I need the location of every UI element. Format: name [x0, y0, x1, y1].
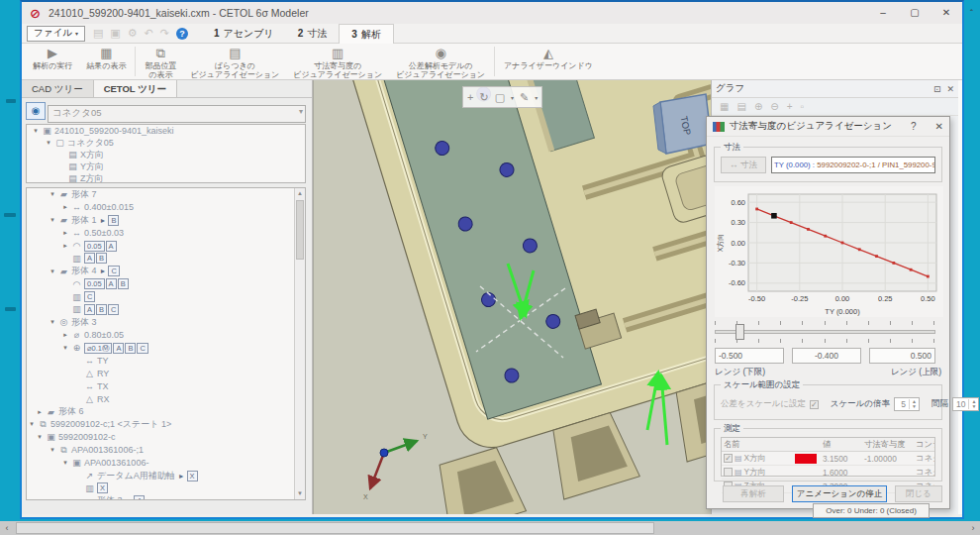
expander-icon[interactable]: ▾	[44, 139, 53, 147]
expander-icon[interactable]: ▸	[60, 242, 70, 250]
zoom-out-icon[interactable]: ⊖	[770, 101, 778, 112]
tree-item[interactable]: ▾▣APA001361006-	[27, 457, 294, 470]
tree-item[interactable]: ▾▰形体 3►A	[27, 494, 294, 499]
tree-item[interactable]: ◠0.05AB	[27, 277, 294, 290]
tree-item[interactable]: ▾⧉APA001361006-;1	[27, 444, 294, 457]
row-checkbox[interactable]	[724, 468, 733, 477]
title-bar[interactable]: ⊘ 241010_599200-9401_kaiseki.cxm - CETOL…	[22, 2, 962, 24]
tree-item[interactable]: △RX	[27, 392, 294, 405]
zoom-in-icon[interactable]: ⊕	[754, 101, 762, 112]
close-icon[interactable]: ✕	[946, 84, 954, 94]
scroll-up-icon[interactable]: ▲	[295, 188, 305, 199]
reanalyze-button[interactable]: 再解析	[723, 485, 784, 502]
interval-spinner[interactable]: 10 ▲▼	[952, 397, 979, 411]
scroll-thumb[interactable]	[296, 200, 304, 260]
row-checkbox[interactable]: ✓	[724, 454, 733, 463]
chevron-down-icon[interactable]: ▾	[535, 94, 538, 101]
close-icon[interactable]: ✕	[935, 121, 943, 132]
tree-item[interactable]: △RY	[27, 367, 294, 379]
markup-pen-icon[interactable]: ✎	[520, 91, 529, 104]
ribbon-tab-1[interactable]: 1アセンブリ	[202, 24, 286, 44]
tree-item[interactable]: ▾▰形体 7	[27, 188, 294, 201]
minimize-button[interactable]: –	[867, 2, 899, 24]
file-menu-button[interactable]: ファイル ▾	[27, 26, 85, 42]
expander-icon[interactable]: ▾	[27, 420, 37, 428]
tree-item[interactable]: ▾▢コネクタ05	[27, 137, 305, 149]
range-lower-input[interactable]	[715, 348, 784, 364]
run-analysis-button[interactable]: ▶解析の実行	[26, 44, 79, 79]
dimension-field[interactable]: TY (0.000) : 5992009202-0-;1 / PIN1_5992…	[771, 157, 935, 173]
expander-icon[interactable]: ▾	[60, 459, 70, 467]
expander-icon[interactable]: ▾	[73, 497, 83, 499]
tree-item[interactable]: ▾⊕⌀0.1ⓂABC	[27, 342, 294, 355]
scale-factor-spinner[interactable]: 5 ▲▼	[894, 397, 920, 411]
orbit-icon[interactable]: ↻	[479, 91, 488, 104]
scroll-right-icon[interactable]: ›	[966, 521, 980, 535]
open-folder-icon[interactable]: ▤	[93, 27, 103, 40]
scroll-down-icon[interactable]: ▼	[295, 488, 305, 499]
expander-icon[interactable]: ▾	[48, 216, 57, 224]
tree-item[interactable]: ▥ABC	[27, 303, 294, 316]
visibility-eye-icon[interactable]: ◉	[26, 102, 46, 120]
measurement-row[interactable]: ▤Y方向1.6000コネクタ05	[722, 466, 934, 480]
tree-item[interactable]: ▾▰形体 1►B	[27, 214, 294, 227]
contribution-visualization-button[interactable]: ▥寸法寄与度の ビジュアライゼーション	[286, 44, 389, 79]
slider-handle[interactable]	[735, 324, 744, 340]
dialog-close-button[interactable]: 閉じる	[895, 485, 942, 502]
tree-item[interactable]: ↗データムA用補助軸►X	[27, 470, 294, 482]
variation-visualization-button[interactable]: ▤ばらつきの ビジュアライゼーション	[183, 44, 286, 79]
view-mode-icon[interactable]: ▢	[495, 91, 505, 104]
tree-item[interactable]: ▾◎形体 3	[27, 316, 294, 329]
tree-item[interactable]: ▤X方向	[27, 149, 305, 160]
scroll-thumb[interactable]	[16, 522, 654, 534]
expander-icon[interactable]: ▾	[48, 318, 57, 326]
expander-icon[interactable]: ▸	[60, 229, 70, 237]
expander-icon[interactable]: ▾	[60, 344, 70, 352]
tree-item[interactable]: ▸⌀0.80±0.05	[27, 329, 294, 342]
outer-horizontal-scrollbar[interactable]: ‹ ›	[0, 521, 980, 535]
pan-icon[interactable]: +	[787, 101, 793, 112]
tree-item[interactable]: ▤Y方向	[27, 160, 305, 172]
help-icon[interactable]: ?	[176, 28, 188, 40]
tab-cad-tree[interactable]: CAD ツリー	[22, 80, 94, 97]
tree-item[interactable]: ▸◠0.05A	[27, 240, 294, 253]
expander-icon[interactable]: ▾	[48, 268, 57, 275]
expander-icon[interactable]: ▸	[60, 331, 70, 339]
viewport-3d[interactable]: Y X TOP +↻▢▾✎▾	[313, 80, 711, 514]
tree-scrollbar[interactable]: ▲ ▼	[294, 188, 305, 499]
tree-item[interactable]: ▸▰形体 6	[27, 405, 294, 418]
close-button[interactable]: ✕	[931, 2, 962, 24]
expander-icon[interactable]: ▸	[60, 203, 70, 211]
tree-item[interactable]: ↔TX	[27, 379, 294, 392]
tree-item[interactable]: ▸↔0.400±0.015	[27, 201, 294, 214]
chart-lines-icon[interactable]: ▤	[736, 101, 745, 112]
tolerance-model-visualization-button[interactable]: ◉公差解析モデルの ビジュアライゼーション	[389, 44, 492, 79]
redo-icon[interactable]: ↷	[160, 27, 169, 40]
range-slider[interactable]	[715, 321, 935, 343]
tree-item[interactable]: ▾▣5992009102-c	[27, 431, 294, 444]
spinner-arrows-icon[interactable]: ▲▼	[968, 399, 978, 409]
tree-item[interactable]: ▤Z方向	[27, 172, 305, 183]
chevron-down-icon[interactable]: ▾	[511, 94, 514, 101]
maximize-button[interactable]: ▢	[899, 2, 931, 24]
outer-scroll-up-icon[interactable]: ˆ	[970, 8, 973, 18]
range-upper-input[interactable]	[869, 348, 935, 364]
tree-item[interactable]: ▥C	[27, 290, 294, 303]
expander-icon[interactable]: ▾	[35, 433, 45, 441]
scroll-left-icon[interactable]: ‹	[0, 521, 14, 535]
ribbon-tab-3[interactable]: 3解析	[339, 24, 394, 44]
settings-gear-icon[interactable]: ⚙	[128, 27, 138, 40]
show-results-button[interactable]: ▦結果の表示	[79, 44, 133, 79]
measurement-row[interactable]: ✓▤X方向3.1500-1.00000コネクタ05	[722, 452, 934, 466]
tree-item[interactable]: ▥X	[27, 482, 294, 494]
pin-icon[interactable]: ⊡	[933, 84, 941, 94]
part-position-button[interactable]: ⧉部品位置 の表示	[138, 44, 183, 79]
expander-icon[interactable]: ▾	[48, 190, 57, 198]
expander-icon[interactable]: ▾	[48, 446, 57, 454]
tolerance-scale-checkbox[interactable]: ✓	[810, 400, 819, 409]
context-combo[interactable]	[48, 105, 306, 123]
view-cube[interactable]: TOP	[653, 94, 711, 154]
tree-item[interactable]: ▾▰形体 4►C	[27, 265, 294, 277]
expander-icon[interactable]: ▸	[35, 408, 45, 416]
save-icon[interactable]: ▣	[110, 27, 120, 40]
